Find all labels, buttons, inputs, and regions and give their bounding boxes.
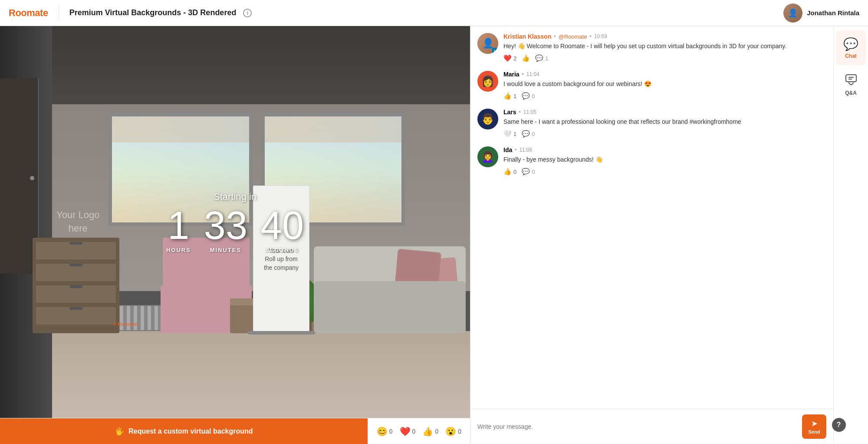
msg-header-maria: Maria • 11:04 <box>503 71 826 78</box>
logo: Roomate <box>9 7 48 19</box>
msg-thumbs-kristian[interactable]: 👍 <box>522 54 530 62</box>
room-ceiling <box>0 26 470 104</box>
reaction-thumbsup[interactable]: 👍 0 <box>422 426 438 437</box>
drawer-4 <box>36 307 116 325</box>
comment-icon-lars: 💬 <box>522 130 530 138</box>
header-right: 👤 Jonathan Rintala <box>783 3 859 23</box>
header-divider <box>59 5 59 21</box>
page-title: Premium Virtual Backgrounds - 3D Rendere… <box>69 8 237 17</box>
msg-like-maria[interactable]: 👍 1 <box>503 92 516 100</box>
door-handle <box>30 176 34 180</box>
tab-chat[interactable]: 💬 Chat <box>836 30 866 65</box>
message-content-kristian: Kristian Klasson • @Roomate • 10:59 Hey!… <box>503 33 826 62</box>
heart-count: 0 <box>412 428 416 435</box>
tab-qa[interactable]: Q&A <box>836 67 866 102</box>
thumbsup-emoji: 👍 <box>422 426 433 437</box>
rollup-base <box>248 331 315 335</box>
msg-time-maria: 11:04 <box>526 71 539 77</box>
avatar-lars: 👨 <box>477 109 498 129</box>
reaction-heart[interactable]: ❤️ 0 <box>400 426 416 437</box>
comment-icon-ida: 💬 <box>522 168 530 176</box>
msg-name-ida: Ida <box>503 146 512 153</box>
request-background-button[interactable]: 🖐 Request a custom virtual background <box>0 418 368 444</box>
avatar-emoji-ida: 👩‍🦱 <box>477 146 498 167</box>
linkedin-badge: in <box>492 48 498 54</box>
qa-tab-label: Q&A <box>845 90 857 96</box>
drawer-3 <box>36 285 116 303</box>
msg-text-kristian: Hey! 👋 Welcome to Roomate - I will help … <box>503 42 826 51</box>
msg-name-kristian: Kristian Klasson <box>503 33 551 40</box>
request-button-icon: 🖐 <box>115 427 124 436</box>
info-icon[interactable]: i <box>243 9 252 17</box>
drawer-2 <box>36 264 116 281</box>
surprised-count: 0 <box>458 428 461 435</box>
thumbs-icon-ida: 👍 <box>503 168 512 176</box>
msg-comment-lars[interactable]: 💬 0 <box>522 130 535 138</box>
thumbs-icon-kristian: 👍 <box>522 54 530 62</box>
comment-count-kristian: 1 <box>545 55 548 62</box>
countdown-label: Starting in <box>166 191 304 202</box>
comment-icon-kristian: 💬 <box>535 54 543 62</box>
chat-tab-label: Chat <box>845 53 857 59</box>
msg-reactions-kristian: ❤️ 2 👍 💬 1 <box>503 54 826 62</box>
message-content-maria: Maria • 11:04 I would love a custom back… <box>503 71 826 100</box>
watermark: © Roomate <box>113 321 138 327</box>
msg-text-maria: I would love a custom background for our… <box>503 80 826 89</box>
reaction-smiley[interactable]: 😊 0 <box>377 426 393 437</box>
msg-comment-ida[interactable]: 💬 0 <box>522 168 535 176</box>
svg-rect-0 <box>846 75 856 82</box>
countdown-seconds: 40 SECONDS <box>260 206 304 253</box>
msg-time-ida: 11:06 <box>519 147 532 153</box>
smiley-count: 0 <box>389 428 393 435</box>
chat-main: 👤 in Kristian Klasson • @Roomate • 10:59 <box>470 26 833 444</box>
room-floor <box>0 331 470 418</box>
sidebar-right: 💬 Chat Q&A ? <box>833 26 868 444</box>
video-bottom: 🖐 Request a custom virtual background 😊 … <box>0 418 470 444</box>
msg-text-ida: Finally - bye messy backgrounds! 👋 <box>503 155 826 164</box>
msg-handle-kristian: @Roomate <box>559 33 587 40</box>
heart-icon-lars: 🤍 <box>503 130 512 138</box>
logo-overlay-text: Your Logo here <box>56 209 100 235</box>
logo-overlay: Your Logo here <box>56 209 100 235</box>
heart-icon: ❤️ <box>503 54 512 62</box>
dresser <box>33 238 119 333</box>
countdown-hours-label: HOURS <box>166 247 191 253</box>
msg-comment-maria[interactable]: 💬 0 <box>522 92 535 100</box>
countdown: Starting in 1 HOURS 33 MINUTES 40 SECOND… <box>166 191 304 253</box>
countdown-minutes: 33 MINUTES <box>204 206 247 253</box>
message-lars: 👨 Lars • 11:05 Same here - I want a prof… <box>477 109 826 138</box>
request-button-label: Request a custom virtual background <box>128 427 253 435</box>
msg-reactions-maria: 👍 1 💬 0 <box>503 92 826 100</box>
message-ida: 👩‍🦱 Ida • 11:06 Finally - bye messy back… <box>477 146 826 176</box>
thumbsup-count: 0 <box>435 428 438 435</box>
send-button[interactable]: ➤ Send <box>802 414 826 439</box>
drawer-1 <box>36 242 116 259</box>
comment-count-lars: 0 <box>532 131 535 137</box>
message-content-lars: Lars • 11:05 Same here - I want a profes… <box>503 109 826 138</box>
message-content-ida: Ida • 11:06 Finally - bye messy backgrou… <box>503 146 826 176</box>
help-button[interactable]: ? <box>832 418 846 432</box>
header: Roomate Premium Virtual Backgrounds - 3D… <box>0 0 868 26</box>
watermark-text: © Roomate <box>113 321 138 327</box>
msg-like-lars[interactable]: 🤍 1 <box>503 130 516 138</box>
msg-like-kristian[interactable]: ❤️ 2 <box>503 54 516 62</box>
like-count-kristian: 2 <box>513 55 516 62</box>
reaction-surprised[interactable]: 😮 0 <box>445 426 461 437</box>
message-input[interactable] <box>477 423 798 430</box>
msg-like-ida[interactable]: 👍 0 <box>503 168 516 176</box>
msg-text-lars: Same here - I want a professional lookin… <box>503 117 826 126</box>
countdown-minutes-value: 33 <box>204 206 247 245</box>
countdown-hours: 1 HOURS <box>166 206 191 253</box>
msg-comment-kristian[interactable]: 💬 1 <box>535 54 548 62</box>
sofa-body <box>314 281 466 333</box>
chat-tab-icon: 💬 <box>843 37 858 51</box>
avatar-kristian: 👤 in <box>477 33 498 54</box>
sofa <box>314 246 466 333</box>
qa-tab-icon <box>845 73 857 88</box>
message-input-area: ➤ Send <box>470 409 833 444</box>
like-count-lars: 1 <box>513 131 516 137</box>
avatar-ida: 👩‍🦱 <box>477 146 498 167</box>
reaction-bar: 😊 0 ❤️ 0 👍 0 😮 0 <box>368 418 470 444</box>
msg-name-maria: Maria <box>503 71 519 78</box>
thumbs-icon-maria: 👍 <box>503 92 512 100</box>
